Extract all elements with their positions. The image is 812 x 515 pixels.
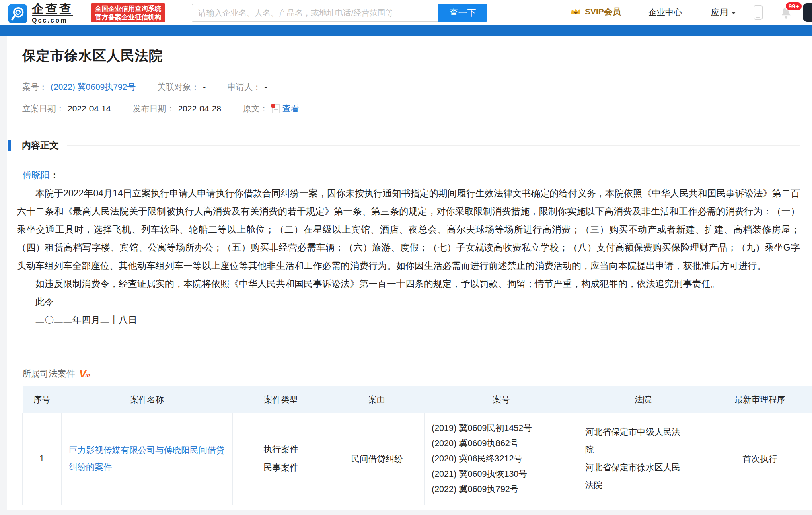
paragraph-4: 二〇二二年四月二十八日: [17, 311, 800, 329]
badge-line-1: 全国企业信用查询系统: [95, 4, 161, 13]
view-original-link[interactable]: 查看: [282, 103, 299, 114]
case-number-item: (2020) 冀06民终3212号: [432, 451, 578, 466]
related-cases-title: 所属司法案件: [22, 368, 75, 380]
search-bar: 查一下: [192, 4, 487, 22]
table-header-row: 序号 案件名称 案件类型 案由 案号 法院 最新审理程序: [23, 386, 812, 413]
section-divider-line: [67, 145, 800, 146]
chevron-down-icon: [731, 12, 736, 14]
cell-latest-procedure: 首次执行: [708, 413, 812, 505]
applicant-value: -: [264, 82, 267, 92]
apps-label: 应用: [711, 8, 728, 17]
cell-case-name: 巨力影视传媒有限公司与傅晓阳民间借贷纠纷的案件: [62, 413, 233, 505]
case-meta-row-1: 案号： (2022) 冀0609执792号 关联对象： - 申请人： -: [22, 81, 800, 93]
addressee-link[interactable]: 傅晓阳: [22, 170, 50, 180]
case-number-item: (2020) 冀0609执862号: [432, 436, 578, 451]
table-row: 1 巨力影视传媒有限公司与傅晓阳民间借贷纠纷的案件 执行案件 民事案件 民间借贷…: [23, 413, 812, 505]
vip-icon[interactable]: VIP: [79, 370, 90, 380]
related-object-field: 关联对象： -: [157, 81, 206, 93]
cell-cause: 民间借贷纠纷: [329, 413, 425, 505]
brand-name-en: Qcc.com: [32, 17, 73, 24]
addressee-line: 傅晓阳：: [22, 166, 800, 184]
qcc-logo-text: 企查查 Qcc.com: [32, 3, 73, 24]
crown-icon: [570, 7, 581, 16]
nav-apps[interactable]: 应用: [711, 7, 736, 18]
applicant-label: 申请人：: [227, 81, 261, 93]
filing-date-value: 2022-04-14: [68, 104, 111, 113]
case-name-link[interactable]: 巨力影视传媒有限公司与傅晓阳民间借贷纠纷的案件: [69, 445, 224, 472]
filing-date-label: 立案日期：: [22, 103, 64, 114]
case-number-field: 案号： (2022) 冀0609执792号: [22, 81, 136, 93]
original-doc-field: 原文： 查看: [243, 103, 299, 114]
cell-index: 1: [23, 413, 62, 505]
divider: [701, 9, 701, 17]
nav-enterprise-center[interactable]: 企业中心: [648, 7, 682, 18]
document-body: 本院于2022年04月14日立案执行申请人申请执行你借款合同纠纷一案，因你未按执…: [17, 184, 800, 329]
search-input[interactable]: [192, 4, 438, 22]
case-number-item: (2022) 冀0609执792号: [432, 482, 578, 497]
related-object-value: -: [203, 82, 206, 92]
svip-label: SVIP会员: [585, 6, 621, 17]
badge-line-2: 官方备案企业征信机构: [95, 13, 161, 21]
publish-date-value: 2022-04-28: [178, 104, 221, 113]
content-section-header: 内容正文: [8, 139, 800, 152]
col-header-case-name: 案件名称: [62, 386, 233, 413]
col-header-latest-procedure: 最新审理程序: [708, 386, 812, 413]
cell-case-types: 执行案件 民事案件: [233, 413, 329, 505]
blue-nav-band: [0, 25, 812, 36]
top-header: 企查查 Qcc.com 全国企业信用查询系统 官方备案企业征信机构 查一下 SV…: [0, 0, 812, 25]
court-item: 河北省保定市徐水区人民法院: [585, 459, 686, 494]
case-type: 执行案件: [233, 441, 329, 459]
related-object-label: 关联对象：: [157, 81, 199, 93]
notification-badge: 99+: [785, 2, 802, 11]
content-section-title: 内容正文: [22, 139, 59, 152]
mobile-app-icon[interactable]: [754, 5, 763, 20]
divider: [639, 9, 639, 17]
pdf-icon: [272, 104, 280, 113]
paragraph-3: 此令: [17, 293, 800, 311]
main-panel: 保定市徐水区人民法院 案号： (2022) 冀0609执792号 关联对象： -…: [7, 36, 812, 510]
credit-system-badge: 全国企业信用查询系统 官方备案企业征信机构: [91, 3, 165, 22]
applicant-field: 申请人： -: [227, 81, 267, 93]
qcc-logo[interactable]: 企查查 Qcc.com: [8, 3, 73, 24]
case-number-item: (2021) 冀0609执恢130号: [432, 466, 578, 482]
section-accent-bar: [8, 140, 11, 151]
search-button[interactable]: 查一下: [438, 4, 487, 22]
paragraph-1: 本院于2022年04月14日立案执行申请人申请执行你借款合同纠纷一案，因你未按执…: [17, 184, 800, 275]
related-cases-section-header: 所属司法案件 VIP: [22, 368, 800, 380]
case-type: 民事案件: [233, 459, 329, 477]
cell-case-numbers: (2019) 冀0609民初1452号 (2020) 冀0609执862号 (2…: [425, 413, 578, 505]
cell-courts: 河北省保定市中级人民法院 河北省保定市徐水区人民法院: [578, 413, 708, 505]
col-header-cause: 案由: [329, 386, 425, 413]
avatar[interactable]: [803, 3, 812, 22]
publish-date-field: 发布日期： 2022-04-28: [132, 103, 221, 114]
col-header-case-type: 案件类型: [233, 386, 329, 413]
svip-member-link[interactable]: SVIP会员: [570, 6, 621, 17]
col-header-index: 序号: [23, 386, 62, 413]
case-number-item: (2019) 冀0609民初1452号: [432, 420, 578, 436]
page-title: 保定市徐水区人民法院: [22, 47, 800, 65]
filing-date-field: 立案日期： 2022-04-14: [22, 103, 111, 114]
court-item: 河北省保定市中级人民法院: [585, 423, 686, 459]
qcc-logo-icon: [8, 4, 27, 23]
case-meta-row-2: 立案日期： 2022-04-14 发布日期： 2022-04-28 原文： 查看: [22, 103, 800, 114]
addressee-colon: ：: [50, 170, 59, 180]
case-number-link[interactable]: (2022) 冀0609执792号: [51, 81, 136, 93]
related-cases-table: 序号 案件名称 案件类型 案由 案号 法院 最新审理程序 1 巨力影视传媒有限公…: [22, 386, 812, 505]
paragraph-2: 如违反限制消费令，经查证属实的，本院将依照《中华人民共和国民事诉讼法》第一百一十…: [17, 275, 800, 293]
publish-date-label: 发布日期：: [132, 103, 175, 114]
original-doc-label: 原文：: [243, 103, 268, 114]
col-header-court: 法院: [578, 386, 708, 413]
col-header-case-number: 案号: [425, 386, 578, 413]
case-number-label: 案号：: [22, 81, 47, 93]
brand-name-cn: 企查查: [32, 3, 73, 16]
